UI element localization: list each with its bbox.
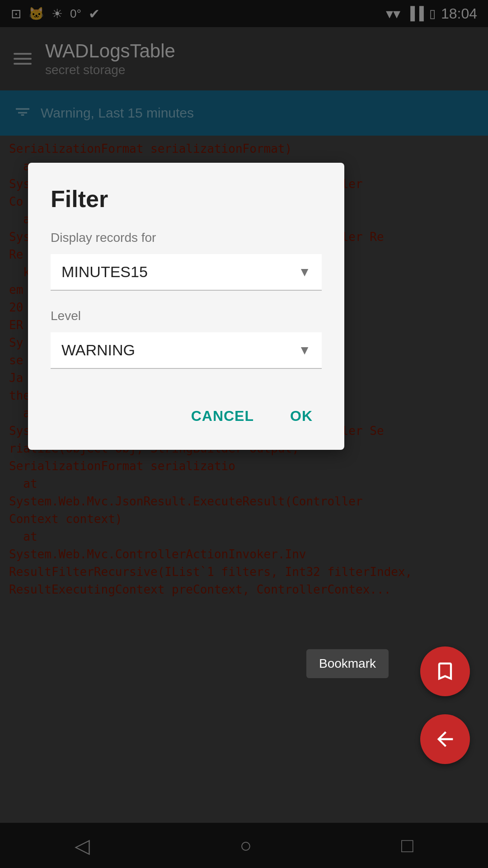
level-dropdown-value: WARNING — [61, 341, 135, 359]
back-fab[interactable] — [420, 714, 470, 764]
dialog-actions: CANCEL OK — [51, 392, 322, 432]
level-dropdown[interactable]: WARNING ▼ — [51, 332, 322, 369]
filter-dialog: Filter Display records for MINUTES15 ▼ L… — [28, 163, 344, 450]
cancel-button[interactable]: CANCEL — [182, 401, 263, 432]
bookmark-fab-icon — [433, 660, 457, 683]
bookmark-tooltip: Bookmark — [306, 649, 389, 678]
time-dropdown-value: MINUTES15 — [61, 263, 148, 281]
display-records-label: Display records for — [51, 231, 322, 245]
ok-button[interactable]: OK — [281, 401, 322, 432]
bookmark-fab[interactable] — [420, 646, 470, 696]
time-dropdown-arrow: ▼ — [298, 265, 311, 279]
dialog-title: Filter — [51, 185, 322, 212]
level-dropdown-arrow: ▼ — [298, 343, 311, 358]
time-dropdown[interactable]: MINUTES15 ▼ — [51, 254, 322, 291]
back-fab-icon — [433, 727, 457, 751]
level-label: Level — [51, 309, 322, 323]
